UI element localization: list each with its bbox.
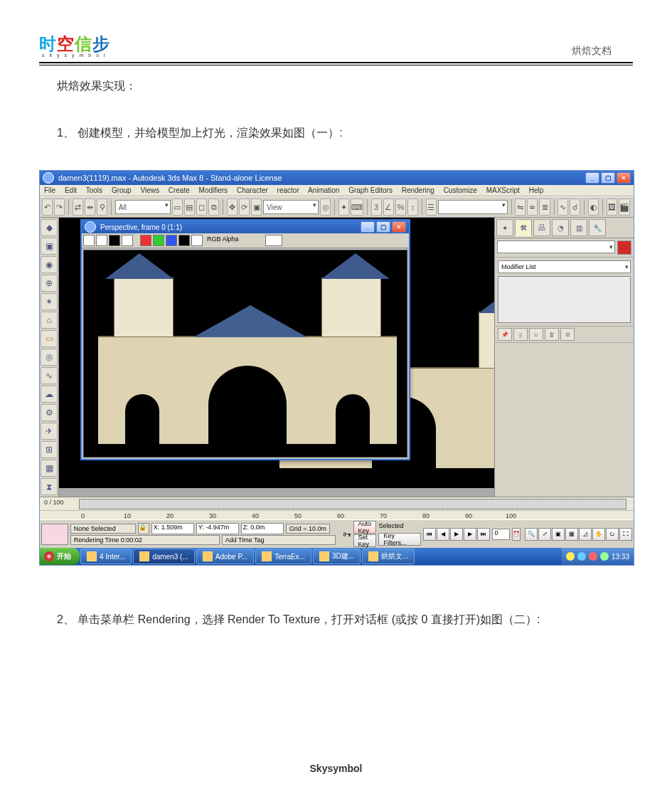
menu-help[interactable]: Help xyxy=(529,186,544,194)
menu-tools[interactable]: Tools xyxy=(86,186,102,194)
reactor-icon[interactable]: ⊞ xyxy=(41,441,58,458)
task-item[interactable]: damen3 (... xyxy=(133,549,195,564)
task-item[interactable]: Adobe P... xyxy=(196,549,254,564)
unlink-button[interactable]: ⇹ xyxy=(85,199,95,216)
tray-icon[interactable] xyxy=(577,552,586,561)
autokey-button[interactable]: Auto Key xyxy=(353,521,377,534)
coord-y[interactable]: Y: -4.947m xyxy=(196,523,239,534)
time-slider[interactable]: 0 / 100 xyxy=(40,497,634,510)
maxscript-listener[interactable] xyxy=(41,524,68,545)
render-titlebar[interactable]: Perspective, frame 0 (1:1) _ ▢ × xyxy=(82,221,409,233)
select-rect-button[interactable]: ◻ xyxy=(196,199,207,216)
rotate-button[interactable]: ⟳ xyxy=(239,199,250,216)
manip-button[interactable]: ✦ xyxy=(338,199,349,216)
menu-views[interactable]: Views xyxy=(140,186,159,194)
named-sel-dropdown[interactable] xyxy=(438,200,508,214)
channel-mono-button[interactable] xyxy=(191,235,203,246)
render-close-button[interactable]: × xyxy=(392,221,406,233)
coord-x[interactable]: X: 1.509m xyxy=(151,523,194,534)
tab-modify[interactable]: 🛠 xyxy=(515,219,532,236)
menu-group[interactable]: Group xyxy=(112,186,132,194)
menu-rendering[interactable]: Rendering xyxy=(402,186,434,194)
reactor-icon[interactable]: ∿ xyxy=(41,367,58,384)
prev-frame-button[interactable]: ◀ xyxy=(437,528,449,541)
goto-start-button[interactable]: ⏮ xyxy=(423,528,436,541)
menu-create[interactable]: Create xyxy=(169,186,190,194)
reactor-icon[interactable]: ☁ xyxy=(41,386,58,403)
app-titlebar[interactable]: damen3(1119).max - Autodesk 3ds Max 8 - … xyxy=(40,171,634,185)
save-image-button[interactable] xyxy=(83,235,95,246)
current-frame-field[interactable]: 0 xyxy=(492,529,509,540)
pin-stack-button[interactable]: 📌 xyxy=(498,328,512,341)
zoom-all-button[interactable]: ⤢ xyxy=(538,528,551,541)
percent-snap-button[interactable]: % xyxy=(395,199,406,216)
reactor-icon[interactable]: ◆ xyxy=(41,219,58,236)
bind-button[interactable]: ⚲ xyxy=(97,199,107,216)
render-scene-button[interactable]: 🖼 xyxy=(607,199,617,216)
object-color-swatch[interactable] xyxy=(617,240,631,255)
keymode-button[interactable]: ⌨ xyxy=(351,199,363,216)
menu-animation[interactable]: Animation xyxy=(308,186,339,194)
menu-maxscript[interactable]: MAXScript xyxy=(486,186,520,194)
ref-coord-dropdown[interactable]: View xyxy=(263,200,319,214)
system-tray[interactable]: 13:33 xyxy=(562,548,634,565)
reactor-icon[interactable]: ⚙ xyxy=(41,404,58,421)
fov-button[interactable]: ◿ xyxy=(579,528,592,541)
pan-button[interactable]: ✋ xyxy=(592,528,605,541)
goto-end-button[interactable]: ⏭ xyxy=(477,528,490,541)
start-button[interactable]: 开始 xyxy=(40,548,80,565)
zoom-button[interactable]: 🔍 xyxy=(525,528,538,541)
tab-utilities[interactable]: 🔧 xyxy=(589,219,606,236)
quick-render-button[interactable]: 🎬 xyxy=(619,199,630,216)
tab-hierarchy[interactable]: 品 xyxy=(533,219,550,236)
menu-file[interactable]: File xyxy=(44,186,55,194)
menu-grapheditors[interactable]: Graph Editors xyxy=(348,186,393,194)
curve-editor-button[interactable]: ∿ xyxy=(558,199,568,216)
zoom-extents-button[interactable]: ▣ xyxy=(552,528,565,541)
zoom-extents-all-button[interactable]: ▦ xyxy=(565,528,578,541)
task-item[interactable]: TerraEx... xyxy=(255,549,311,564)
reactor-icon[interactable]: ⊕ xyxy=(41,275,58,292)
modifier-list-dropdown[interactable]: Modifier List xyxy=(498,260,631,273)
task-item[interactable]: 烘焙文... xyxy=(362,549,415,564)
reactor-icon[interactable]: ⧗ xyxy=(41,478,58,495)
arc-rotate-button[interactable]: ⭮ xyxy=(606,528,619,541)
undo-button[interactable]: ↶ xyxy=(42,199,53,216)
reactor-icon[interactable]: ✶ xyxy=(41,293,58,310)
time-tag[interactable]: Add Time Tag xyxy=(222,535,336,545)
link-button[interactable]: ⇄ xyxy=(73,199,83,216)
reactor-icon[interactable]: ▦ xyxy=(41,460,58,477)
reactor-icon[interactable]: ⌂ xyxy=(41,312,58,329)
select-name-button[interactable]: ▤ xyxy=(184,199,195,216)
maximize-button[interactable]: ▢ xyxy=(601,172,615,184)
menu-edit[interactable]: Edit xyxy=(65,186,77,194)
minimize-button[interactable]: _ xyxy=(585,172,599,184)
redo-button[interactable]: ↷ xyxy=(54,199,65,216)
channel-r-button[interactable] xyxy=(140,235,151,246)
remove-mod-button[interactable]: 🗑 xyxy=(545,328,559,341)
copy-button[interactable] xyxy=(122,235,133,246)
task-item[interactable]: 4 Inter... xyxy=(80,549,132,564)
move-button[interactable]: ✥ xyxy=(227,199,238,216)
windows-taskbar[interactable]: 开始 4 Inter... damen3 (... Adobe P... Ter… xyxy=(40,548,634,565)
scale-button[interactable]: ▣ xyxy=(251,199,262,216)
lock-button[interactable]: 🔒 xyxy=(138,523,149,534)
viewport[interactable]: Perspective, frame 0 (1:1) _ ▢ × xyxy=(59,218,494,488)
render-maximize-button[interactable]: ▢ xyxy=(376,221,390,233)
menu-character[interactable]: Character xyxy=(237,186,268,194)
channel-g-button[interactable] xyxy=(153,235,164,246)
object-name-field[interactable] xyxy=(497,240,615,253)
pivot-button[interactable]: ◎ xyxy=(320,199,331,216)
layers-button[interactable]: ≣ xyxy=(539,199,550,216)
play-button[interactable]: ▶ xyxy=(450,528,463,541)
close-button[interactable]: × xyxy=(617,172,631,184)
tab-motion[interactable]: ◔ xyxy=(552,219,569,236)
reactor-icon[interactable]: ✈ xyxy=(41,423,58,440)
named-sel-button[interactable]: ☰ xyxy=(426,199,437,216)
menu-reactor[interactable]: reactor xyxy=(277,186,299,194)
schematic-button[interactable]: ☌ xyxy=(570,199,580,216)
configure-button[interactable]: ⊞ xyxy=(560,328,575,341)
reactor-icon[interactable]: ▭ xyxy=(41,330,58,347)
menu-customize[interactable]: Customize xyxy=(444,186,477,194)
align-button[interactable]: ≑ xyxy=(527,199,538,216)
